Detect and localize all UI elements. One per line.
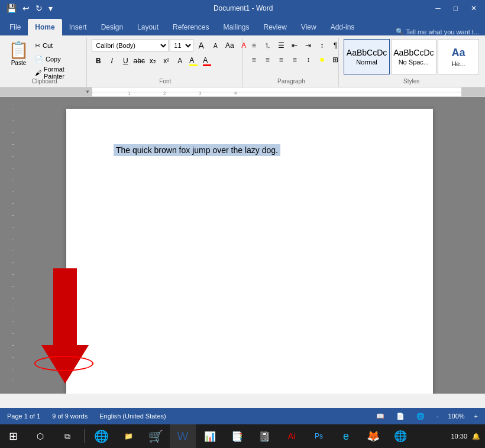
ruler-middle: 1 2 3 4 <box>92 87 461 96</box>
clipboard-group-label: Clipboard <box>2 77 86 86</box>
taskbar-ie[interactable]: e <box>333 424 359 448</box>
zoom-out-button[interactable]: - <box>434 413 441 420</box>
tab-file[interactable]: File <box>2 19 28 35</box>
ruler-marker: ▼ <box>85 89 90 95</box>
tab-references[interactable]: References <box>166 19 216 35</box>
taskbar-adobe[interactable]: Ai <box>279 424 305 448</box>
tab-view[interactable]: View <box>294 19 324 35</box>
align-right-button[interactable]: ≡ <box>274 53 287 66</box>
document-content[interactable]: The quick brown fox jump over the lazy d… <box>114 144 386 157</box>
paste-icon: 📋 <box>8 40 29 60</box>
title-bar: 💾 ↩ ↻ ▾ Document1 - Word ─ □ ✕ <box>0 0 485 17</box>
taskbar-excel[interactable]: 📊 <box>197 424 223 448</box>
font-grow-button[interactable]: A <box>195 39 208 52</box>
margin-tick <box>12 156 14 157</box>
ruler-ticks: 1 2 3 4 <box>92 87 461 96</box>
customize-qa-button[interactable]: ▾ <box>47 4 54 13</box>
svg-text:1: 1 <box>128 90 131 96</box>
justify-button[interactable]: ≡ <box>288 53 301 66</box>
taskbar-edge[interactable]: 🌐 <box>88 424 114 448</box>
margin-tick <box>12 286 14 287</box>
align-left-button[interactable]: ≡ <box>247 53 260 66</box>
tab-insert[interactable]: Insert <box>62 19 94 35</box>
tab-layout[interactable]: Layout <box>130 19 166 35</box>
redo-button[interactable]: ↻ <box>34 4 44 13</box>
bullets-button[interactable]: ≡ <box>247 39 260 52</box>
taskbar-firefox[interactable]: 🦊 <box>360 424 386 448</box>
style-heading-label: He... <box>451 60 465 67</box>
ruler-svg: 1 2 3 4 <box>92 87 461 97</box>
font-row-1: Calibri (Body) 11 A A Aa A <box>92 39 250 52</box>
tab-design[interactable]: Design <box>94 19 130 35</box>
taskbar-notification[interactable]: 🔔 <box>472 433 480 440</box>
margin-tick <box>12 168 14 168</box>
margin-tick <box>12 121 14 121</box>
language-status[interactable]: English (United States) <box>97 413 169 420</box>
align-center-button[interactable]: ≡ <box>261 53 274 66</box>
word-count-status[interactable]: 9 of 9 words <box>50 413 90 420</box>
multilevel-button[interactable]: ☰ <box>274 39 287 52</box>
start-button[interactable]: ⊞ <box>0 424 26 448</box>
style-heading-preview: Aa <box>451 47 465 59</box>
close-button[interactable]: ✕ <box>467 3 480 14</box>
increase-indent-button[interactable]: ⇥ <box>302 39 315 52</box>
ruler-right-margin <box>461 87 485 96</box>
margin-tick <box>12 262 14 263</box>
save-button[interactable]: 💾 <box>5 4 18 13</box>
font-name-select[interactable]: Calibri (Body) <box>92 39 169 52</box>
zoom-in-button[interactable]: + <box>472 413 480 420</box>
taskbar-word[interactable]: W <box>170 424 196 448</box>
tab-review[interactable]: Review <box>256 19 293 35</box>
taskbar-ppt[interactable]: 📑 <box>224 424 250 448</box>
italic-button[interactable]: I <box>105 54 118 67</box>
font-size-select[interactable]: 11 <box>170 39 193 52</box>
subscript-button[interactable]: x₂ <box>146 54 159 67</box>
font-shrink-button[interactable]: A <box>209 39 222 52</box>
highlight-button[interactable]: A <box>187 54 200 67</box>
bold-button[interactable]: B <box>92 54 105 67</box>
svg-text:4: 4 <box>234 90 237 96</box>
view-read-button[interactable]: 📖 <box>374 413 387 420</box>
taskbar-onenote[interactable]: 📓 <box>251 424 277 448</box>
cut-button[interactable]: ✂ Cut <box>33 39 83 52</box>
undo-button[interactable]: ↩ <box>21 4 31 13</box>
font-group: Calibri (Body) 11 A A Aa A B I U abc x₂ … <box>88 38 242 87</box>
taskbar-photoshop[interactable]: Ps <box>306 424 332 448</box>
minimize-button[interactable]: ─ <box>432 3 444 14</box>
task-view-button[interactable]: ⧉ <box>54 424 80 448</box>
tab-home[interactable]: Home <box>28 19 62 35</box>
change-case-button[interactable]: Aa <box>223 39 236 52</box>
style-nospacing-preview: AaBbCcDc <box>393 48 434 57</box>
text-effects-button[interactable]: A <box>173 54 186 67</box>
taskbar-explorer[interactable]: 📁 <box>115 424 141 448</box>
restore-button[interactable]: □ <box>450 3 461 14</box>
taskbar-store[interactable]: 🛒 <box>143 424 169 448</box>
status-bar: Page 1 of 1 9 of 9 words English (United… <box>0 408 485 424</box>
copy-button[interactable]: 📄 Copy <box>33 53 83 66</box>
format-painter-icon: 🖌 <box>35 69 41 76</box>
font-color-button[interactable]: A <box>201 54 214 67</box>
tab-mailings[interactable]: Mailings <box>216 19 256 35</box>
superscript-button[interactable]: x² <box>160 54 173 67</box>
underline-button[interactable]: U <box>119 54 132 67</box>
style-normal[interactable]: AaBbCcDc Normal <box>344 39 389 74</box>
tell-me-field[interactable]: 🔍 Tell me what you want t... <box>390 28 486 35</box>
sort-button[interactable]: ↕ <box>315 39 328 52</box>
strikethrough-button[interactable]: abc <box>132 54 146 67</box>
style-heading[interactable]: Aa He... <box>438 39 479 74</box>
decrease-indent-button[interactable]: ⇤ <box>288 39 301 52</box>
page-status[interactable]: Page 1 of 1 <box>5 413 43 420</box>
title-bar-controls: ─ □ ✕ <box>432 3 480 14</box>
shading-button[interactable]: ■ <box>315 53 328 66</box>
view-web-button[interactable]: 🌐 <box>414 413 427 420</box>
view-print-button[interactable]: 📄 <box>394 413 407 420</box>
search-button[interactable]: ⬡ <box>27 424 53 448</box>
margin-tick <box>12 144 14 145</box>
style-no-spacing[interactable]: AaBbCcDc No Spac... <box>391 39 436 74</box>
numbering-button[interactable]: ⒈ <box>261 39 274 52</box>
taskbar-chrome[interactable]: 🌐 <box>387 424 413 448</box>
line-spacing-button[interactable]: ↕ <box>302 53 315 66</box>
tab-addins[interactable]: Add-ins <box>324 19 362 35</box>
paste-button[interactable]: 📋 Paste <box>6 39 31 67</box>
ruler-left-edge <box>0 87 6 96</box>
